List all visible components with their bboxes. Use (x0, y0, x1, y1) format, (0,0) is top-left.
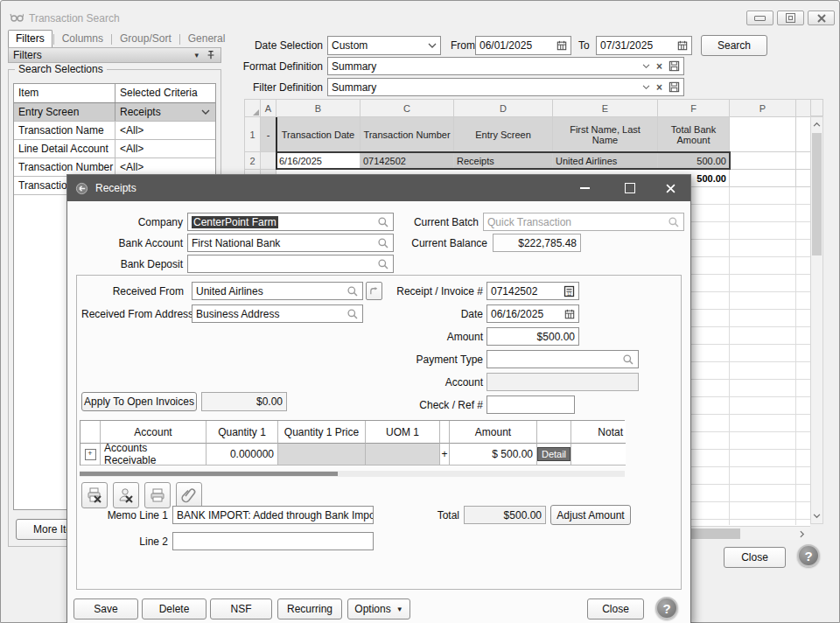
empty-cell[interactable] (730, 117, 796, 152)
scrollbar-thumb[interactable] (812, 133, 822, 256)
cell-transaction-number[interactable]: 07142502 (360, 152, 454, 170)
receipts-dialog-titlebar[interactable]: Receipts (67, 175, 690, 201)
row-number[interactable]: 2 (245, 152, 261, 170)
detail-grid-hscrollbar[interactable] (80, 471, 625, 477)
no-contact-button[interactable] (113, 482, 139, 508)
scrollbar-thumb[interactable] (80, 472, 338, 476)
lookup-icon[interactable] (346, 308, 359, 320)
scroll-down-icon[interactable] (813, 514, 821, 519)
col-letter[interactable]: P (730, 100, 796, 117)
clear-icon[interactable]: × (656, 60, 662, 73)
vertical-scrollbar[interactable] (810, 116, 823, 524)
current-batch-input[interactable]: Quick Transaction (483, 213, 684, 231)
col-letter[interactable]: E (553, 100, 658, 117)
criteria-row[interactable]: Transaction Name <All> (14, 122, 215, 140)
header-total-bank-amount[interactable]: Total Bank Amount (658, 117, 730, 152)
options-button[interactable]: Options ▼ (347, 598, 410, 620)
col-letter[interactable]: A (261, 100, 276, 117)
memo-line2-input[interactable] (172, 532, 374, 550)
expand-plus-icon[interactable]: + (85, 449, 96, 460)
bank-deposit-input[interactable] (187, 255, 394, 273)
detail-grid[interactable]: Account Quantity 1 Quantity 1 Price UOM … (80, 420, 625, 466)
header-entry-screen[interactable]: Entry Screen (454, 117, 553, 152)
cell-plus[interactable]: + (440, 444, 450, 466)
attachment-button[interactable] (176, 482, 202, 508)
adjust-amount-button[interactable]: Adjust Amount (550, 505, 631, 525)
chevron-down-icon[interactable] (201, 109, 210, 116)
cell-notation[interactable] (571, 444, 626, 466)
tab-general[interactable]: General (181, 31, 233, 47)
memo-line1-input[interactable]: BANK IMPORT: Added through Bank Import. (172, 506, 374, 524)
from-date-input[interactable]: 06/01/2025 (475, 36, 571, 55)
main-close-button[interactable]: Close (724, 547, 786, 568)
detail-button[interactable]: Detail (537, 447, 570, 461)
received-from-input[interactable]: United Airlines (192, 282, 363, 300)
cell-account[interactable]: Accounts Receivable (101, 444, 206, 466)
criteria-row[interactable]: Line Detail Account <All> (14, 140, 215, 158)
cell-quantity[interactable]: 0.000000 (206, 444, 278, 466)
empty-cell[interactable] (730, 152, 796, 170)
row1-marker[interactable]: - (261, 117, 276, 152)
dialog-maximize-button[interactable] (619, 175, 641, 201)
delete-button[interactable]: Delete (142, 598, 206, 620)
header-transaction-number[interactable]: Transaction Number (360, 117, 454, 152)
col-letter[interactable]: F (658, 100, 730, 117)
collapse-icon[interactable]: ▾ (194, 51, 199, 60)
minimize-button[interactable] (746, 10, 774, 25)
clear-icon[interactable]: × (656, 81, 662, 94)
cell-name[interactable]: United Airlines (553, 152, 658, 170)
dialog-minimize-button[interactable] (573, 175, 596, 201)
amount-input[interactable]: $500.00 (486, 327, 579, 346)
nsf-button[interactable]: NSF (210, 598, 272, 620)
chevron-down-icon[interactable] (642, 64, 650, 69)
check-ref-input[interactable] (486, 396, 575, 414)
no-print-button[interactable] (81, 482, 108, 508)
col-letter[interactable]: D (454, 100, 553, 117)
search-button[interactable]: Search (701, 35, 767, 56)
dialog-close-action-button[interactable]: Close (587, 598, 644, 620)
save-definition-icon[interactable] (668, 81, 680, 93)
grid-corner-cell[interactable] (245, 100, 261, 117)
payment-type-input[interactable] (486, 350, 639, 368)
cell-amount[interactable]: 500.00 (658, 152, 730, 170)
tab-filters[interactable]: Filters (8, 30, 52, 47)
save-button[interactable]: Save (74, 598, 138, 620)
save-definition-icon[interactable] (668, 60, 680, 72)
print-button[interactable] (144, 482, 171, 508)
criteria-row-entry-screen[interactable]: Entry Screen Receipts (14, 103, 215, 122)
recurring-button[interactable]: Recurring (277, 598, 342, 620)
close-window-button[interactable] (808, 10, 835, 25)
scroll-right-icon[interactable] (800, 530, 805, 538)
tab-group-sort[interactable]: Group/Sort (113, 31, 178, 47)
tab-columns[interactable]: Columns (55, 31, 110, 47)
cell-entry-screen[interactable]: Receipts (454, 152, 553, 170)
format-definition-combo[interactable]: Summary × (327, 57, 684, 75)
header-transaction-date[interactable]: Transaction Date (276, 117, 360, 152)
cell-transaction-date[interactable]: 6/16/2025 (276, 152, 360, 170)
row-number[interactable]: 1 (245, 117, 261, 152)
lookup-icon[interactable] (377, 258, 389, 270)
calendar-icon[interactable] (677, 40, 688, 51)
restore-button[interactable] (777, 10, 804, 25)
lookup-icon[interactable] (622, 354, 634, 366)
main-help-button[interactable]: ? (797, 544, 820, 567)
lookup-icon[interactable] (346, 285, 359, 298)
to-date-input[interactable]: 07/31/2025 (596, 36, 692, 55)
received-from-address-input[interactable]: Business Address (192, 304, 363, 323)
date-selection-select[interactable]: Custom (327, 36, 441, 55)
calendar-icon[interactable] (564, 309, 575, 319)
pin-icon[interactable] (206, 50, 216, 60)
lookup-icon[interactable] (668, 216, 680, 228)
row-expander-cell[interactable]: + (80, 444, 101, 466)
col-letter[interactable]: C (360, 100, 454, 117)
empty-cell[interactable] (261, 152, 276, 170)
cell-amount[interactable]: $ 500.00 (450, 444, 537, 466)
dialog-close-button[interactable] (659, 175, 682, 201)
header-name[interactable]: First Name, Last Name (553, 117, 658, 152)
calendar-icon[interactable] (556, 40, 567, 51)
col-letter[interactable]: B (276, 100, 360, 117)
apply-to-open-invoices-button[interactable]: Apply To Open Invoices (81, 392, 197, 411)
filter-definition-combo[interactable]: Summary × (327, 78, 684, 96)
dialog-help-button[interactable]: ? (655, 597, 678, 620)
scroll-up-icon[interactable] (813, 122, 821, 127)
